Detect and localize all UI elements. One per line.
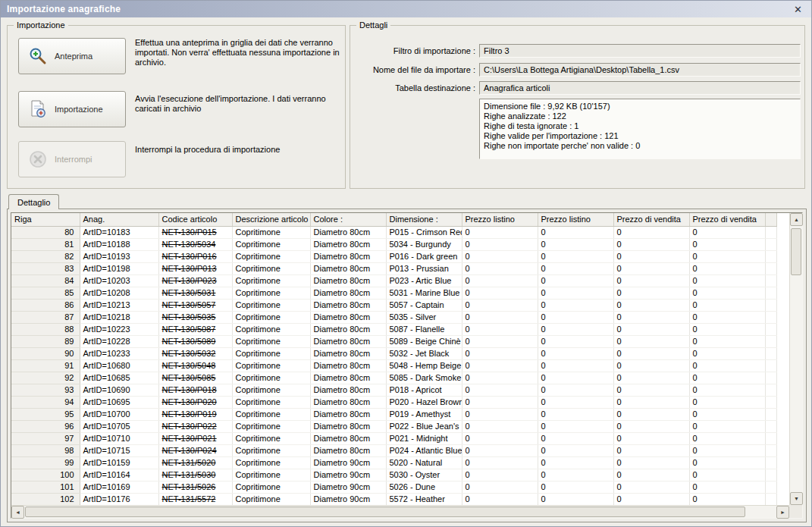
table-row[interactable]: 93ArtID=10690NET-130/P018CopritimoneDiam… <box>11 384 777 396</box>
table-row[interactable]: 99ArtID=10159NET-131/5020CopritimoneDiam… <box>11 456 777 469</box>
column-header[interactable]: Codice articolo <box>158 213 232 226</box>
cell: ArtID=10700 <box>80 408 158 420</box>
cell: Copritimone <box>232 311 310 323</box>
table-row[interactable]: 101ArtID=10169NET-131/5026CopritimoneDia… <box>11 481 777 493</box>
file-field[interactable]: C:\Users\La Bottega Artigiana\Desktop\Ta… <box>479 63 801 77</box>
cell: Diametro 90cm <box>310 456 386 469</box>
scroll-down-icon[interactable]: ▼ <box>790 492 803 505</box>
cell: P022 - Blue Jean's <box>386 420 462 432</box>
cell: 0 <box>538 262 613 274</box>
summary-line: Dimensione file : 9,92 KB (10'157) <box>484 102 796 111</box>
cell: Copritimone <box>232 287 310 299</box>
table-row[interactable]: 83ArtID=10198NET-130/P013CopritimoneDiam… <box>11 262 777 274</box>
table-row[interactable]: 86ArtID=10213NET-130/5057CopritimoneDiam… <box>11 299 777 311</box>
grid-table: RigaAnag.Codice articoloDescrizione arti… <box>11 213 777 505</box>
importazione-group: Importazione Anteprima Effettua una ante… <box>7 25 346 189</box>
column-header[interactable]: Prezzo di vendita <box>613 213 689 226</box>
tabella-field[interactable]: Anagrafica articoli <box>479 81 801 95</box>
table-row[interactable]: 89ArtID=10228NET-130/5089CopritimoneDiam… <box>11 335 777 347</box>
cell: 0 <box>462 311 538 323</box>
cell-filler <box>765 238 777 250</box>
table-row[interactable]: 102ArtID=10176NET-131/5572CopritimoneDia… <box>11 493 777 505</box>
horizontal-scroll-thumb[interactable] <box>25 507 745 517</box>
row-number-cell: 82 <box>11 250 80 262</box>
cell: Diametro 80cm <box>310 274 386 287</box>
cell: 0 <box>538 396 613 408</box>
row-number-cell: 98 <box>11 444 80 456</box>
cell: 0 <box>462 262 538 274</box>
cell: Diametro 80cm <box>310 311 386 323</box>
scroll-up-icon[interactable]: ▲ <box>790 213 803 226</box>
cell-filler <box>765 311 777 323</box>
cell: NET-130/P015 <box>158 226 232 238</box>
table-row[interactable]: 97ArtID=10710NET-130/P021CopritimoneDiam… <box>11 432 777 444</box>
cell: 0 <box>538 384 613 396</box>
cell: 5048 - Hemp Beige <box>386 359 462 372</box>
cell: NET-130/5031 <box>158 287 232 299</box>
cell: Diametro 80cm <box>310 323 386 335</box>
cell: 0 <box>462 274 538 287</box>
cell: 0 <box>689 396 765 408</box>
cell: P020 - Hazel Brown <box>386 396 462 408</box>
horizontal-scrollbar[interactable]: ◄ ► <box>11 505 789 518</box>
table-row[interactable]: 87ArtID=10218NET-130/5035CopritimoneDiam… <box>11 311 777 323</box>
column-header[interactable]: Descrizione articolo <box>232 213 310 226</box>
cell: 0 <box>538 481 613 493</box>
table-row[interactable]: 88ArtID=10223NET-130/5087CopritimoneDiam… <box>11 323 777 335</box>
table-row[interactable]: 92ArtID=10685NET-130/5085CopritimoneDiam… <box>11 372 777 384</box>
table-row[interactable]: 94ArtID=10695NET-130/P020CopritimoneDiam… <box>11 396 777 408</box>
cell: Copritimone <box>232 359 310 372</box>
scroll-right-icon[interactable]: ► <box>776 506 789 519</box>
cell: NET-131/5020 <box>158 456 232 469</box>
cell: 0 <box>538 359 613 372</box>
filtro-field[interactable]: Filtro 3 <box>479 44 801 58</box>
cell: 5057 - Captain <box>386 299 462 311</box>
cell: 5031 - Marine Blue <box>386 287 462 299</box>
table-row[interactable]: 82ArtID=10193NET-130/P016CopritimoneDiam… <box>11 250 777 262</box>
table-row[interactable]: 91ArtID=10680NET-130/5048CopritimoneDiam… <box>11 359 777 372</box>
table-row[interactable]: 80ArtID=10183NET-130/P015CopritimoneDiam… <box>11 226 777 238</box>
vertical-scrollbar[interactable]: ▲ ▼ <box>789 213 802 505</box>
column-header[interactable]: Prezzo listino <box>462 213 538 226</box>
importazione-button[interactable]: Importazione <box>18 91 126 127</box>
column-header[interactable]: Riga <box>11 213 80 226</box>
column-header[interactable]: Anag. <box>80 213 158 226</box>
close-icon[interactable]: ✕ <box>791 4 805 15</box>
anteprima-button[interactable]: Anteprima <box>18 38 126 74</box>
table-row[interactable]: 81ArtID=10188NET-130/5034CopritimoneDiam… <box>11 238 777 250</box>
table-row[interactable]: 85ArtID=10208NET-130/5031CopritimoneDiam… <box>11 287 777 299</box>
table-row[interactable]: 100ArtID=10164NET-131/5030CopritimoneDia… <box>11 469 777 481</box>
column-header[interactable]: Dimensione : <box>386 213 462 226</box>
cell: 0 <box>538 287 613 299</box>
table-row[interactable]: 95ArtID=10700NET-130/P019CopritimoneDiam… <box>11 408 777 420</box>
cell: NET-130/P013 <box>158 262 232 274</box>
vertical-scroll-thumb[interactable] <box>791 228 801 275</box>
importazione-description: Avvia l'esecuzione dell'importazione. I … <box>135 94 346 114</box>
table-row[interactable]: 96ArtID=10705NET-130/P022CopritimoneDiam… <box>11 420 777 432</box>
row-number-cell: 94 <box>11 396 80 408</box>
column-header[interactable]: Prezzo listino <box>538 213 613 226</box>
cell: NET-130/5048 <box>158 359 232 372</box>
cell: ArtID=10188 <box>80 238 158 250</box>
column-header[interactable]: Colore : <box>310 213 386 226</box>
interrompi-button-label: Interrompi <box>55 155 92 164</box>
table-row[interactable]: 84ArtID=10203NET-130/P023CopritimoneDiam… <box>11 274 777 287</box>
cell: 0 <box>462 359 538 372</box>
row-number-cell: 95 <box>11 408 80 420</box>
cell: ArtID=10695 <box>80 396 158 408</box>
cell: 0 <box>613 408 689 420</box>
cell: ArtID=10176 <box>80 493 158 505</box>
tab-dettaglio[interactable]: Dettaglio <box>8 194 59 209</box>
cell: 0 <box>538 456 613 469</box>
cell: Diametro 80cm <box>310 347 386 359</box>
tab-dettaglio-label: Dettaglio <box>17 198 50 207</box>
cell: 0 <box>462 432 538 444</box>
table-row[interactable]: 98ArtID=10715NET-130/P024CopritimoneDiam… <box>11 444 777 456</box>
cell: 5034 - Burgundy <box>386 238 462 250</box>
cell: Diametro 80cm <box>310 396 386 408</box>
scroll-left-icon[interactable]: ◄ <box>11 506 24 519</box>
column-header[interactable]: Prezzo di vendita <box>689 213 765 226</box>
table-row[interactable]: 90ArtID=10233NET-130/5032CopritimoneDiam… <box>11 347 777 359</box>
cell: 0 <box>613 287 689 299</box>
titlebar[interactable]: Importazione anagrafiche ✕ <box>1 1 811 17</box>
